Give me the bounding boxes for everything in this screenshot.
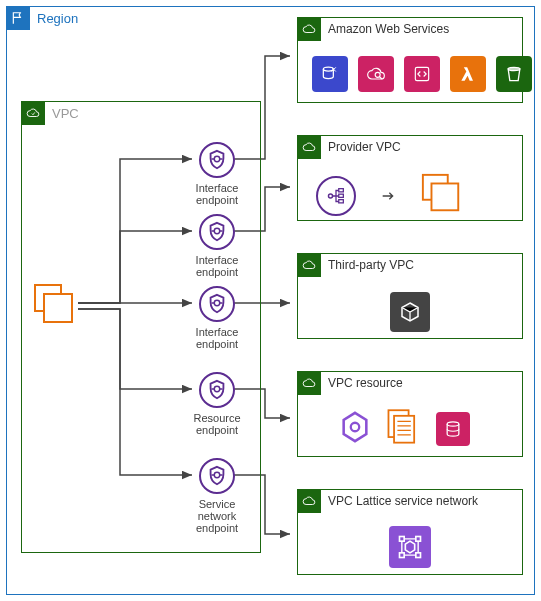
svg-point-19 [447, 421, 459, 425]
cloud-icon [302, 376, 316, 390]
svg-point-16 [351, 423, 360, 432]
svg-rect-15 [431, 183, 458, 210]
endpoint-label: Interface endpoint [182, 326, 252, 350]
lattice-icon-wrap [387, 524, 433, 570]
box-label: Third-party VPC [328, 258, 414, 272]
cloud-icon [302, 258, 316, 272]
endpoint-label: Interface endpoint [182, 254, 252, 278]
box-label: Amazon Web Services [328, 22, 449, 36]
flag-icon [11, 11, 25, 25]
marketplace-icon [390, 292, 430, 332]
code-service-icon [404, 56, 440, 92]
region-container: Region VPC Interface endpoint Interface … [6, 6, 535, 595]
svg-point-6 [214, 472, 220, 478]
vpc-container: VPC Interface endpoint Interface endpoin… [21, 101, 261, 553]
interface-endpoint-3: Interface endpoint [182, 286, 252, 350]
provider-contents [316, 172, 464, 219]
box-badge [297, 371, 321, 395]
shield-endpoint-icon [199, 372, 235, 408]
service-network-endpoint: Service network endpoint [182, 458, 252, 534]
box-badge [297, 135, 321, 159]
svg-rect-13 [339, 199, 344, 202]
region-badge [6, 6, 30, 30]
shield-endpoint-icon [199, 458, 235, 494]
shield-endpoint-icon [199, 286, 235, 322]
lattice-network-icon [389, 526, 431, 568]
shield-endpoint-icon [199, 214, 235, 250]
cloud-icon [26, 106, 40, 120]
thirdparty-icon-wrap [388, 290, 432, 334]
svg-rect-21 [416, 537, 421, 542]
vpc-resource-box: VPC resource [297, 371, 523, 457]
endpoint-label: Service network endpoint [182, 498, 252, 534]
lambda-service-icon [450, 56, 486, 92]
box-label: VPC Lattice service network [328, 494, 478, 508]
hex-resource-icon [338, 410, 372, 447]
vpc-lattice-box: VPC Lattice service network [297, 489, 523, 575]
cloud-icon [302, 22, 316, 36]
svg-point-4 [214, 300, 220, 306]
arrow-icon [380, 188, 396, 204]
svg-rect-12 [339, 194, 344, 197]
analytics-service-icon [358, 56, 394, 92]
cloud-icon [302, 140, 316, 154]
client-icon [32, 282, 78, 328]
database-resource-icon [436, 412, 470, 446]
resource-endpoint: Resource endpoint [182, 372, 252, 436]
vpc-badge [21, 101, 45, 125]
box-badge [297, 17, 321, 41]
svg-rect-1 [44, 294, 72, 322]
resource-icons [338, 408, 472, 449]
svg-rect-23 [416, 553, 421, 558]
endpoint-label: Resource endpoint [182, 412, 252, 436]
svg-point-10 [328, 193, 332, 197]
aws-services-box: Amazon Web Services [297, 17, 523, 103]
thirdparty-vpc-box: Third-party VPC [297, 253, 523, 339]
shield-endpoint-icon [199, 142, 235, 178]
svg-rect-22 [400, 553, 405, 558]
storage-service-icon [496, 56, 532, 92]
svg-rect-18 [394, 416, 414, 443]
stack-resource-icon [386, 408, 420, 449]
cloud-icon [302, 494, 316, 508]
interface-endpoint-1: Interface endpoint [182, 142, 252, 206]
box-label: Provider VPC [328, 140, 401, 154]
database-service-icon [312, 56, 348, 92]
svg-point-3 [214, 228, 220, 234]
interface-endpoint-2: Interface endpoint [182, 214, 252, 278]
region-label: Region [37, 11, 78, 26]
instances-icon [420, 172, 464, 219]
aws-icons [310, 54, 534, 94]
box-badge [297, 253, 321, 277]
endpoint-label: Interface endpoint [182, 182, 252, 206]
load-balancer-icon [316, 176, 356, 216]
box-badge [297, 489, 321, 513]
vpc-label: VPC [52, 106, 79, 121]
svg-rect-11 [339, 188, 344, 191]
svg-point-2 [214, 156, 220, 162]
provider-vpc-box: Provider VPC [297, 135, 523, 221]
svg-point-5 [214, 386, 220, 392]
svg-rect-20 [400, 537, 405, 542]
box-label: VPC resource [328, 376, 403, 390]
